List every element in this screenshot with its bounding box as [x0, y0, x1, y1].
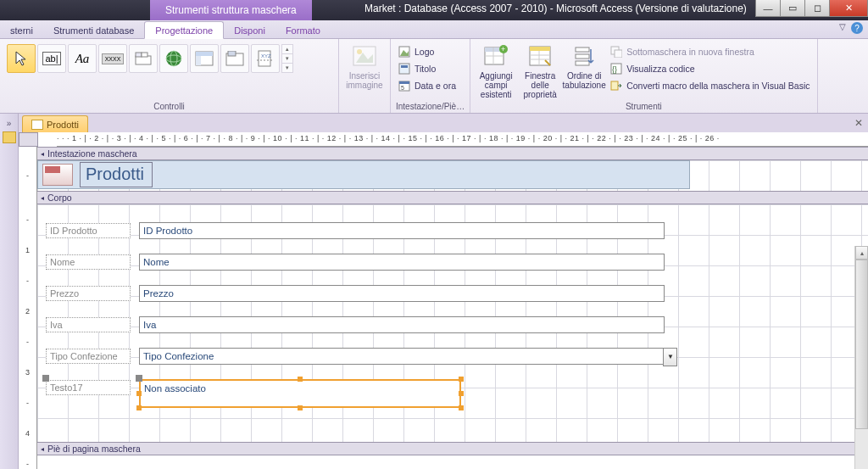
- vertical-ruler[interactable]: --1-2-3-4-5-6-7-: [19, 147, 37, 469]
- inserisci-immagine-button[interactable]: Inserisci immagine: [344, 41, 385, 92]
- selection-handle[interactable]: [459, 391, 464, 396]
- svg-point-16: [357, 49, 362, 54]
- field-label-2[interactable]: Prezzo: [46, 286, 131, 301]
- titolo-button[interactable]: Titolo: [396, 61, 458, 76]
- svg-rect-7: [196, 52, 213, 56]
- svg-rect-22: [399, 81, 409, 84]
- form-title-label[interactable]: Prodotti: [80, 162, 153, 187]
- logo-button[interactable]: Logo: [396, 44, 458, 59]
- selection-handle[interactable]: [298, 405, 303, 410]
- svg-text:5: 5: [401, 85, 404, 91]
- gallery-navigation[interactable]: [190, 44, 219, 73]
- scroll-thumb[interactable]: [855, 260, 868, 429]
- gallery-pagebreak[interactable]: XYZ: [251, 44, 280, 73]
- navigation-pane-collapsed[interactable]: »: [0, 114, 19, 469]
- aggiungi-campi-button[interactable]: + Aggiungi campi esistenti: [476, 41, 516, 101]
- gallery-button[interactable]: XXXX: [98, 44, 127, 73]
- field-label-1[interactable]: Nome: [46, 254, 131, 270]
- scroll-up-button[interactable]: ▴: [855, 246, 868, 260]
- converti-macro-button[interactable]: Converti macro della maschera in Visual …: [608, 78, 811, 93]
- design-surface[interactable]: ◂Intestazione maschera Prodotti ◂Corpo I…: [37, 147, 868, 469]
- tab-esterni[interactable]: sterni: [0, 22, 43, 38]
- section-bar-header[interactable]: ◂Intestazione maschera: [37, 147, 868, 160]
- minimize-button[interactable]: —: [755, 0, 781, 17]
- field-control-5[interactable]: Non associato: [139, 379, 461, 408]
- svg-rect-20: [401, 65, 408, 68]
- section-arrow-icon: ◂: [41, 150, 44, 158]
- maximize-button[interactable]: ◻: [804, 0, 830, 17]
- field-control-1[interactable]: Nome: [139, 254, 665, 271]
- svg-text:XYZ: XYZ: [261, 53, 271, 59]
- group-controlli-label: Controlli: [5, 101, 333, 113]
- ribbon-minimize-icon[interactable]: ▽: [839, 22, 846, 34]
- gallery-tab[interactable]: [129, 44, 158, 73]
- selection-handle[interactable]: [298, 377, 303, 382]
- ruler-corner[interactable]: [19, 133, 38, 147]
- svg-rect-37: [576, 61, 589, 65]
- gallery-more[interactable]: ▴▾▾: [281, 44, 293, 73]
- field-label-3[interactable]: Iva: [46, 317, 131, 332]
- gallery-pointer[interactable]: [7, 44, 36, 73]
- window-title: Market : Database (Access 2007 - 2010) -…: [364, 3, 747, 14]
- sottomaschera-button[interactable]: Sottomaschera in nuova finestra: [608, 44, 811, 59]
- gallery-hyperlink[interactable]: [159, 44, 188, 73]
- document-close-icon[interactable]: ✕: [854, 117, 863, 129]
- form-icon: [31, 120, 43, 130]
- gallery-label[interactable]: Aa: [68, 44, 97, 73]
- selection-handle[interactable]: [136, 405, 142, 410]
- document-tab-prodotti[interactable]: Prodotti: [22, 115, 88, 132]
- gallery-textbox[interactable]: ab|: [37, 44, 66, 73]
- tab-formato[interactable]: Formato: [275, 22, 331, 38]
- move-handle[interactable]: [42, 375, 49, 382]
- svg-text:+: +: [501, 45, 505, 53]
- svg-rect-2: [142, 53, 147, 57]
- horizontal-ruler[interactable]: · · · 1 · | · 2 · | · 3 · | · 4 · | · 5 …: [57, 133, 868, 147]
- move-handle[interactable]: [136, 375, 142, 382]
- tab-progettazione[interactable]: Progettazione: [144, 21, 224, 39]
- visualizza-codice-button[interactable]: {}Visualizza codice: [608, 61, 811, 76]
- document-tabs: Prodotti ✕: [19, 114, 868, 132]
- combo-caret-icon[interactable]: ▼: [667, 353, 674, 360]
- svg-rect-42: [611, 81, 618, 90]
- selection-handle[interactable]: [136, 391, 142, 396]
- field-label-4[interactable]: Tipo Confezione: [46, 349, 131, 364]
- field-label-0[interactable]: ID Prodotto: [46, 223, 131, 238]
- gallery-option-group[interactable]: [220, 44, 249, 73]
- ordine-tabulazione-button[interactable]: Ordine di tabulazione: [564, 41, 604, 92]
- ribbon-tabs: sterni Strumenti database Progettazione …: [0, 20, 868, 39]
- svg-rect-36: [576, 54, 589, 59]
- svg-rect-10: [228, 51, 236, 56]
- tab-disponi[interactable]: Disponi: [224, 22, 275, 38]
- field-control-3[interactable]: Iva: [139, 316, 665, 333]
- svg-rect-8: [196, 56, 201, 65]
- svg-rect-1: [136, 53, 142, 57]
- contextual-tab-title: Strumenti struttura maschera: [150, 0, 312, 20]
- tab-strumenti-database[interactable]: Strumenti database: [43, 22, 144, 38]
- svg-rect-39: [615, 50, 622, 58]
- selection-handle[interactable]: [459, 405, 464, 410]
- selection-handle[interactable]: [459, 377, 464, 382]
- form-logo-placeholder[interactable]: [42, 164, 73, 186]
- data-ora-button[interactable]: 5Data e ora: [396, 78, 458, 93]
- controls-gallery[interactable]: ab| Aa XXXX XYZ ▴▾▾: [5, 41, 295, 76]
- close-button[interactable]: ✕: [829, 0, 868, 17]
- svg-point-3: [166, 51, 181, 66]
- section-arrow-icon: ◂: [41, 194, 44, 202]
- section-arrow-icon: ◂: [41, 445, 44, 453]
- nav-expand-icon[interactable]: »: [7, 119, 12, 128]
- field-control-4[interactable]: Tipo Confezione▼: [139, 348, 665, 365]
- help-icon[interactable]: ?: [851, 22, 863, 34]
- field-control-0[interactable]: ID Prodotto: [139, 222, 665, 239]
- section-bar-footer[interactable]: ◂Piè di pagina maschera: [37, 442, 868, 455]
- forms-category-icon: [3, 131, 16, 143]
- svg-rect-31: [530, 47, 550, 51]
- field-control-2[interactable]: Prezzo: [139, 285, 665, 302]
- svg-rect-35: [576, 47, 589, 52]
- restore-button[interactable]: ▭: [780, 0, 805, 17]
- vertical-scrollbar[interactable]: ▴: [854, 246, 868, 469]
- section-bar-body[interactable]: ◂Corpo: [37, 191, 868, 204]
- field-label-5[interactable]: Testo17: [46, 380, 131, 395]
- ribbon: ab| Aa XXXX XYZ ▴▾▾ Controlli Inserisci …: [0, 39, 868, 114]
- title-bar: Strumenti struttura maschera Market : Da…: [0, 0, 868, 20]
- finestra-proprieta-button[interactable]: Finestra delle proprietà: [520, 41, 560, 101]
